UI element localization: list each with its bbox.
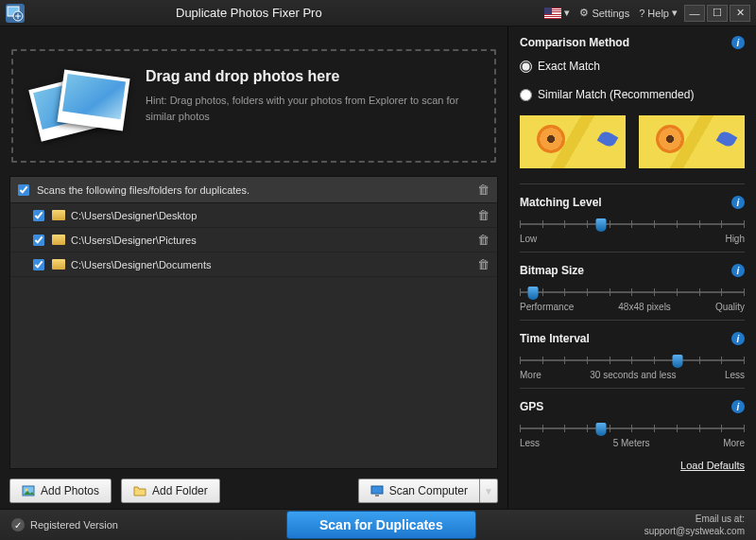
drop-heading: Drag and drop photos here — [146, 68, 475, 85]
delete-row-icon[interactable]: 🗑 — [477, 257, 490, 271]
folder-icon — [52, 210, 65, 220]
scan-computer-dropdown[interactable]: ▼ — [479, 479, 498, 503]
scan-computer-button[interactable]: Scan Computer — [358, 479, 479, 503]
titlebar: Duplicate Photos Fixer Pro ▾ ⚙ Settings … — [0, 0, 756, 26]
bitmap-size-slider[interactable] — [520, 287, 745, 298]
comparison-method-title: Comparison Method i — [520, 36, 745, 49]
info-icon[interactable]: i — [731, 196, 745, 209]
right-pane: Comparison Method i Exact Match Similar … — [508, 26, 756, 509]
svg-point-3 — [26, 489, 28, 492]
check-icon: ✓ — [11, 518, 25, 531]
gps-title: GPS — [520, 400, 543, 413]
app-title: Duplicate Photos Fixer Pro — [176, 6, 322, 20]
row-checkbox[interactable] — [33, 259, 44, 270]
support-email: Email us at: support@systweak.com — [644, 513, 745, 537]
sample-thumb-2 — [639, 115, 745, 168]
sample-thumb-1 — [520, 115, 626, 168]
delete-all-icon[interactable]: 🗑 — [477, 183, 490, 197]
drop-zone[interactable]: Drag and drop photos here Hint: Drag pho… — [11, 49, 496, 163]
matching-level-title: Matching Level — [520, 196, 602, 209]
row-checkbox[interactable] — [33, 235, 44, 246]
info-icon[interactable]: i — [731, 400, 745, 413]
language-selector[interactable]: ▾ — [544, 7, 570, 19]
svg-rect-5 — [375, 495, 379, 496]
file-row[interactable]: C:\Users\Designer\Pictures 🗑 — [10, 228, 497, 253]
footer: ✓ Registered Version Scan for Duplicates… — [0, 509, 756, 540]
maximize-button[interactable]: ☐ — [707, 5, 728, 22]
info-icon[interactable]: i — [731, 264, 745, 277]
registered-status: ✓ Registered Version — [11, 518, 118, 531]
close-button[interactable]: ✕ — [730, 5, 750, 22]
add-photos-button[interactable]: Add Photos — [9, 479, 112, 503]
row-checkbox[interactable] — [33, 210, 44, 221]
similar-match-radio[interactable]: Similar Match (Recommended) — [520, 83, 745, 106]
gps-slider[interactable] — [520, 423, 745, 434]
left-pane: Drag and drop photos here Hint: Drag pho… — [0, 26, 507, 509]
flag-us-icon — [544, 8, 561, 19]
scan-for-duplicates-button[interactable]: Scan for Duplicates — [286, 511, 476, 539]
settings-link[interactable]: ⚙ Settings — [579, 7, 629, 19]
minimize-button[interactable]: — — [684, 5, 705, 22]
slider-handle[interactable] — [672, 355, 682, 368]
file-row[interactable]: C:\Users\Designer\Documents 🗑 — [10, 253, 497, 277]
file-list: Scans the following files/folders for du… — [9, 176, 498, 469]
time-interval-slider[interactable] — [520, 355, 745, 366]
load-defaults-link[interactable]: Load Defaults — [520, 454, 745, 471]
delete-row-icon[interactable]: 🗑 — [477, 233, 490, 247]
exact-match-radio[interactable]: Exact Match — [520, 55, 745, 78]
photo-icon — [22, 484, 35, 497]
folder-icon — [52, 259, 65, 270]
app-logo-icon — [6, 4, 25, 23]
add-folder-button[interactable]: Add Folder — [121, 479, 220, 503]
slider-handle[interactable] — [528, 287, 539, 300]
file-row[interactable]: C:\Users\Designer\Desktop 🗑 — [10, 203, 497, 228]
photo-stack-icon — [32, 68, 127, 144]
time-interval-title: Time Interval — [520, 332, 590, 345]
select-all-checkbox[interactable] — [18, 184, 29, 196]
matching-level-slider[interactable] — [520, 218, 745, 230]
delete-row-icon[interactable]: 🗑 — [477, 208, 490, 222]
slider-handle[interactable] — [595, 423, 606, 436]
info-icon[interactable]: i — [731, 332, 745, 345]
info-icon[interactable]: i — [731, 36, 745, 49]
slider-handle[interactable] — [595, 218, 606, 232]
svg-rect-4 — [371, 486, 383, 494]
folder-icon — [133, 484, 146, 497]
monitor-icon — [370, 484, 384, 497]
bitmap-size-title: Bitmap Size — [520, 264, 584, 277]
drop-hint: Hint: Drag photos, folders with your pho… — [146, 93, 475, 124]
folder-icon — [52, 235, 65, 245]
file-list-header: Scans the following files/folders for du… — [10, 177, 497, 203]
help-link[interactable]: ? Help ▾ — [639, 7, 678, 19]
gear-icon: ⚙ — [579, 7, 589, 19]
